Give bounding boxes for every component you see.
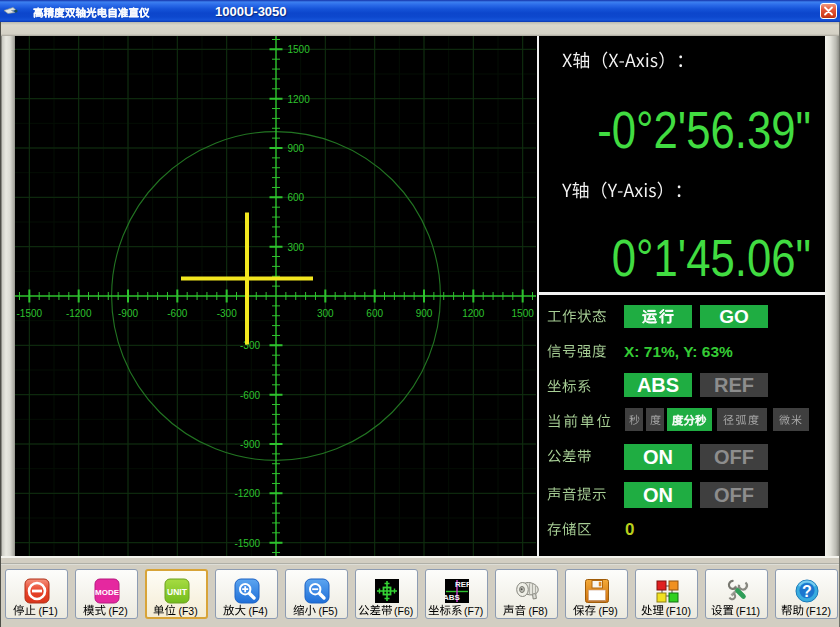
svg-text:-1200: -1200 bbox=[234, 488, 260, 499]
svg-text:ABS: ABS bbox=[444, 593, 461, 602]
svg-text:-600: -600 bbox=[240, 390, 260, 401]
svg-text:-1500: -1500 bbox=[234, 538, 260, 549]
svg-text:600: 600 bbox=[366, 308, 383, 319]
svg-text:900: 900 bbox=[416, 308, 433, 319]
svg-text:?: ? bbox=[802, 583, 812, 600]
svg-text:MODE: MODE bbox=[95, 588, 120, 597]
svg-text:900: 900 bbox=[288, 143, 305, 154]
svg-text:-300: -300 bbox=[217, 308, 237, 319]
svg-text:-300: -300 bbox=[240, 340, 260, 351]
svg-text:300: 300 bbox=[288, 242, 305, 253]
svg-text:-900: -900 bbox=[240, 439, 260, 450]
svg-text:UNIT: UNIT bbox=[167, 587, 188, 597]
svg-text:-1500: -1500 bbox=[17, 308, 43, 319]
svg-text:-1200: -1200 bbox=[66, 308, 92, 319]
svg-text:REF: REF bbox=[455, 580, 470, 589]
svg-text:600: 600 bbox=[288, 192, 305, 203]
svg-text:1500: 1500 bbox=[288, 44, 311, 55]
svg-text:-900: -900 bbox=[118, 308, 138, 319]
svg-text:1500: 1500 bbox=[512, 308, 535, 319]
svg-text:1200: 1200 bbox=[462, 308, 485, 319]
svg-text:300: 300 bbox=[317, 308, 334, 319]
svg-text:1200: 1200 bbox=[288, 94, 311, 105]
svg-text:-600: -600 bbox=[167, 308, 187, 319]
